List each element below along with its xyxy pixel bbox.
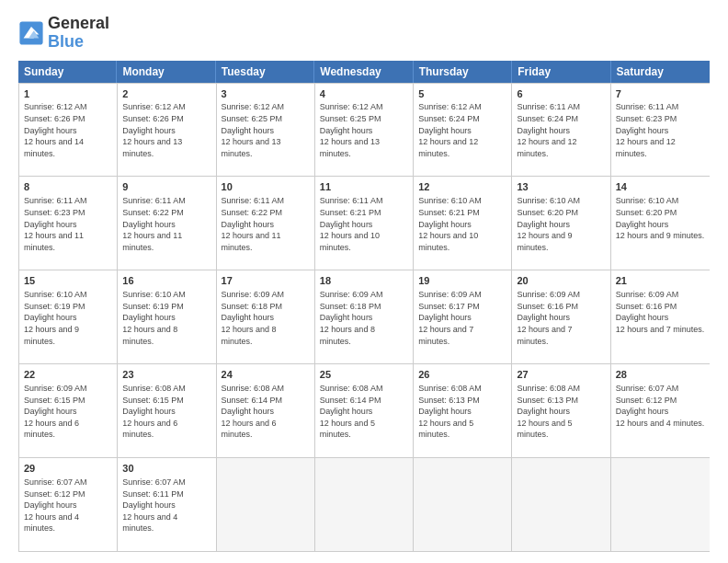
calendar-body: 1Sunrise: 6:12 AMSunset: 6:26 PMDaylight… [18,83,710,552]
cell-info: Sunrise: 6:11 AMSunset: 6:24 PMDaylight … [517,101,605,159]
calendar-cell-day-2: 2Sunrise: 6:12 AMSunset: 6:26 PMDaylight… [118,84,216,177]
calendar-cell-day-4: 4Sunrise: 6:12 AMSunset: 6:25 PMDaylight… [315,84,414,177]
calendar-cell-day-21: 21Sunrise: 6:09 AMSunset: 6:16 PMDayligh… [611,270,710,363]
day-number: 9 [122,180,210,194]
day-number: 10 [222,180,310,194]
cell-info: Sunrise: 6:09 AMSunset: 6:16 PMDaylight … [616,289,705,335]
header-monday: Monday [117,61,215,83]
calendar-cell-day-17: 17Sunrise: 6:09 AMSunset: 6:18 PMDayligh… [217,270,315,363]
cell-info: Sunrise: 6:10 AMSunset: 6:21 PMDaylight … [418,195,506,253]
cell-info: Sunrise: 6:10 AMSunset: 6:20 PMDaylight … [517,195,605,253]
cell-info: Sunrise: 6:12 AMSunset: 6:25 PMDaylight … [320,101,408,159]
calendar-cell-day-25: 25Sunrise: 6:08 AMSunset: 6:14 PMDayligh… [315,364,414,457]
day-number: 14 [616,180,705,194]
day-number: 11 [320,180,408,194]
calendar-cell-day-7: 7Sunrise: 6:11 AMSunset: 6:23 PMDaylight… [611,84,710,177]
day-number: 19 [418,274,506,288]
calendar-cell-day-27: 27Sunrise: 6:08 AMSunset: 6:13 PMDayligh… [512,364,610,457]
cell-info: Sunrise: 6:11 AMSunset: 6:23 PMDaylight … [616,101,705,159]
cell-info: Sunrise: 6:08 AMSunset: 6:13 PMDaylight … [517,383,605,441]
day-number: 30 [122,462,210,476]
day-number: 21 [616,274,705,288]
day-number: 26 [418,368,506,382]
cell-info: Sunrise: 6:12 AMSunset: 6:26 PMDaylight … [24,101,112,159]
calendar-cell-day-30: 30Sunrise: 6:07 AMSunset: 6:11 PMDayligh… [118,458,216,551]
calendar-cell-empty [414,458,512,551]
calendar-cell-day-26: 26Sunrise: 6:08 AMSunset: 6:13 PMDayligh… [414,364,512,457]
calendar-cell-day-24: 24Sunrise: 6:08 AMSunset: 6:14 PMDayligh… [217,364,315,457]
cell-info: Sunrise: 6:12 AMSunset: 6:24 PMDaylight … [418,101,506,159]
day-number: 12 [418,180,506,194]
cell-info: Sunrise: 6:11 AMSunset: 6:22 PMDaylight … [222,195,310,253]
cell-info: Sunrise: 6:10 AMSunset: 6:19 PMDaylight … [122,289,210,347]
calendar-cell-day-8: 8Sunrise: 6:11 AMSunset: 6:23 PMDaylight… [19,177,118,270]
cell-info: Sunrise: 6:07 AMSunset: 6:12 PMDaylight … [616,383,705,429]
calendar: Sunday Monday Tuesday Wednesday Thursday… [18,61,710,552]
header-saturday: Saturday [611,61,710,83]
cell-info: Sunrise: 6:09 AMSunset: 6:18 PMDaylight … [320,289,408,347]
logo-text: General Blue [48,15,109,52]
day-number: 8 [24,180,112,194]
day-number: 22 [24,368,112,382]
cell-info: Sunrise: 6:08 AMSunset: 6:14 PMDaylight … [320,383,408,441]
calendar-cell-day-28: 28Sunrise: 6:07 AMSunset: 6:12 PMDayligh… [611,364,710,457]
calendar-cell-empty [217,458,315,551]
cell-info: Sunrise: 6:12 AMSunset: 6:26 PMDaylight … [122,101,210,159]
calendar-cell-day-1: 1Sunrise: 6:12 AMSunset: 6:26 PMDaylight… [19,84,118,177]
calendar-cell-day-5: 5Sunrise: 6:12 AMSunset: 6:24 PMDaylight… [414,84,512,177]
cell-info: Sunrise: 6:09 AMSunset: 6:17 PMDaylight … [418,289,506,347]
calendar-header: Sunday Monday Tuesday Wednesday Thursday… [18,61,710,83]
calendar-cell-day-11: 11Sunrise: 6:11 AMSunset: 6:21 PMDayligh… [315,177,414,270]
cell-info: Sunrise: 6:09 AMSunset: 6:15 PMDaylight … [24,383,112,441]
day-number: 24 [222,368,310,382]
day-number: 5 [418,87,506,101]
calendar-cell-day-9: 9Sunrise: 6:11 AMSunset: 6:22 PMDaylight… [118,177,216,270]
day-number: 6 [517,87,605,101]
day-number: 3 [222,87,310,101]
calendar-row-1: 1Sunrise: 6:12 AMSunset: 6:26 PMDaylight… [19,83,710,177]
calendar-cell-empty [315,458,414,551]
cell-info: Sunrise: 6:09 AMSunset: 6:18 PMDaylight … [222,289,310,347]
header-sunday: Sunday [18,61,117,83]
cell-info: Sunrise: 6:12 AMSunset: 6:25 PMDaylight … [222,101,310,159]
calendar-row-2: 8Sunrise: 6:11 AMSunset: 6:23 PMDaylight… [19,176,710,270]
calendar-cell-day-13: 13Sunrise: 6:10 AMSunset: 6:20 PMDayligh… [512,177,610,270]
calendar-cell-day-20: 20Sunrise: 6:09 AMSunset: 6:16 PMDayligh… [512,270,610,363]
day-number: 15 [24,274,112,288]
header-friday: Friday [512,61,610,83]
day-number: 1 [24,87,112,101]
cell-info: Sunrise: 6:11 AMSunset: 6:23 PMDaylight … [24,195,112,253]
cell-info: Sunrise: 6:08 AMSunset: 6:15 PMDaylight … [122,383,210,441]
day-number: 28 [616,368,705,382]
day-number: 7 [616,87,705,101]
calendar-cell-day-22: 22Sunrise: 6:09 AMSunset: 6:15 PMDayligh… [19,364,118,457]
logo: General Blue [18,15,109,52]
cell-info: Sunrise: 6:11 AMSunset: 6:21 PMDaylight … [320,195,408,253]
calendar-cell-day-10: 10Sunrise: 6:11 AMSunset: 6:22 PMDayligh… [217,177,315,270]
cell-info: Sunrise: 6:10 AMSunset: 6:19 PMDaylight … [24,289,112,347]
day-number: 18 [320,274,408,288]
day-number: 29 [24,462,112,476]
calendar-cell-day-29: 29Sunrise: 6:07 AMSunset: 6:12 PMDayligh… [19,458,118,551]
cell-info: Sunrise: 6:07 AMSunset: 6:12 PMDaylight … [24,477,112,534]
cell-info: Sunrise: 6:08 AMSunset: 6:14 PMDaylight … [222,383,310,441]
calendar-row-4: 22Sunrise: 6:09 AMSunset: 6:15 PMDayligh… [19,363,710,457]
page-header: General Blue [18,15,710,52]
header-thursday: Thursday [414,61,512,83]
day-number: 25 [320,368,408,382]
calendar-cell-day-14: 14Sunrise: 6:10 AMSunset: 6:20 PMDayligh… [611,177,710,270]
calendar-cell-empty [611,458,710,551]
calendar-cell-day-6: 6Sunrise: 6:11 AMSunset: 6:24 PMDaylight… [512,84,610,177]
header-wednesday: Wednesday [314,61,413,83]
calendar-cell-day-15: 15Sunrise: 6:10 AMSunset: 6:19 PMDayligh… [19,270,118,363]
day-number: 16 [122,274,210,288]
day-number: 27 [517,368,605,382]
day-number: 17 [222,274,310,288]
day-number: 13 [517,180,605,194]
cell-info: Sunrise: 6:09 AMSunset: 6:16 PMDaylight … [517,289,605,347]
calendar-cell-day-16: 16Sunrise: 6:10 AMSunset: 6:19 PMDayligh… [118,270,216,363]
calendar-cell-day-18: 18Sunrise: 6:09 AMSunset: 6:18 PMDayligh… [315,270,414,363]
logo-icon [18,20,44,46]
calendar-row-3: 15Sunrise: 6:10 AMSunset: 6:19 PMDayligh… [19,270,710,363]
calendar-cell-day-3: 3Sunrise: 6:12 AMSunset: 6:25 PMDaylight… [217,84,315,177]
